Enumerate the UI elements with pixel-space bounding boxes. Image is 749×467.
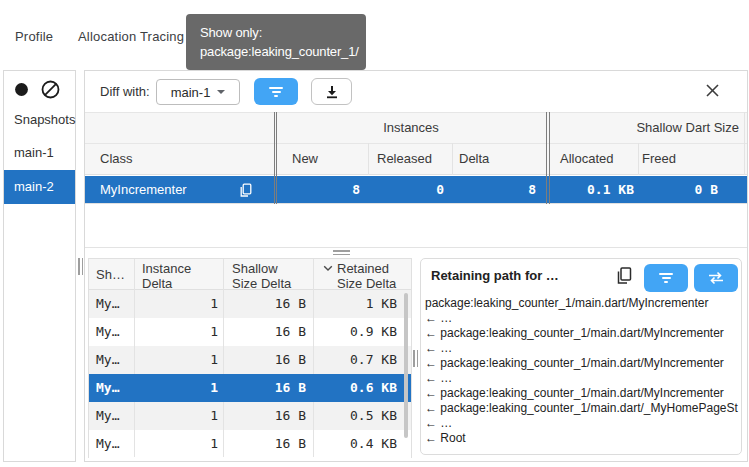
cell-instance-delta: 1 [138, 290, 218, 318]
cell-retained: 0.5 KB [315, 402, 397, 430]
path-line[interactable]: package:leaking_counter_1/main.dart/MyIn… [425, 296, 741, 311]
path-line[interactable]: ← … [425, 416, 741, 431]
invert-path-button[interactable] [694, 264, 738, 292]
filter-icon [269, 87, 283, 97]
class-row-1[interactable]: My… 1 16 B 0.9 KB [89, 318, 411, 346]
diff-row-new: 8 [276, 176, 360, 204]
chevron-down-icon [217, 90, 225, 94]
swap-horizontal-icon [707, 271, 725, 285]
cell-retained: 0.6 KB [315, 374, 397, 402]
snapshots-title: Snapshots [14, 112, 75, 127]
path-line[interactable]: ← … [425, 341, 741, 356]
path-line[interactable]: ← … [425, 371, 741, 386]
show-only-tooltip: Show only: package:leaking_counter_1/ [186, 14, 366, 70]
cell-shallow: 16 B [228, 430, 306, 458]
bottom-splitter-handle[interactable] [412, 350, 419, 367]
clear-snapshots-icon[interactable] [41, 80, 60, 99]
cell-class: My… [96, 346, 119, 374]
path-line[interactable]: ← package:leaking_counter_1/main.dart/_M… [425, 401, 741, 416]
tooltip-line1: Show only: [200, 23, 366, 42]
col-header-allocated[interactable]: Allocated [560, 143, 613, 175]
col-header-shallow-size-delta[interactable]: Shallow Size Delta [232, 261, 304, 291]
retaining-path-list: package:leaking_counter_1/main.dart/MyIn… [425, 296, 741, 451]
path-line[interactable]: ← package:leaking_counter_1/main.dart/My… [425, 386, 741, 401]
class-row-4[interactable]: My… 1 16 B 0.5 KB [89, 402, 411, 430]
horizontal-splitter-handle[interactable] [333, 249, 350, 256]
diff-row-freed: 0 B [638, 176, 718, 204]
col-header-delta[interactable]: Delta [459, 143, 489, 175]
cell-instance-delta: 1 [138, 346, 218, 374]
diff-row-released: 0 [368, 176, 444, 204]
cell-class: My… [96, 402, 119, 430]
snapshots-sidebar: Snapshots main-1 main-2 [3, 70, 76, 462]
retaining-path-panel: Retaining path for … package:leaking_cou… [420, 258, 742, 455]
cell-shallow: 16 B [228, 346, 306, 374]
copy-path-icon[interactable] [615, 266, 633, 286]
diff-row-delta: 8 [452, 176, 536, 204]
col-header-sh[interactable]: Sh… [96, 259, 125, 290]
col-header-class[interactable]: Class [100, 143, 133, 175]
col-header-released[interactable]: Released [377, 143, 432, 175]
cell-instance-delta: 1 [138, 430, 218, 458]
download-button[interactable] [311, 78, 352, 105]
cell-class: My… [96, 430, 119, 458]
col-header-retained-size-delta[interactable]: Retained Size Delta [337, 261, 407, 291]
path-line[interactable]: ← … [425, 311, 741, 326]
cell-retained: 1 KB [315, 290, 397, 318]
class-row-2[interactable]: My… 1 16 B 0.7 KB [89, 346, 411, 374]
sidebar-item-main-2[interactable]: main-2 [4, 170, 75, 204]
class-row-3-selected[interactable]: My… 1 16 B 0.6 KB [89, 374, 411, 402]
cell-shallow: 16 B [228, 290, 306, 318]
copy-class-icon[interactable] [239, 183, 253, 198]
cell-retained: 0.4 KB [315, 430, 397, 458]
diff-with-label: Diff with: [100, 84, 150, 99]
group-header-instances: Instances [276, 112, 546, 143]
retaining-path-title: Retaining path for … [431, 268, 559, 283]
diff-row-class-name: MyIncrementer [100, 176, 187, 204]
sort-desc-icon [323, 265, 333, 272]
memory-diff-screen: Profile Allocation Tracing Show only: pa… [0, 0, 749, 467]
close-icon[interactable] [705, 83, 720, 98]
path-line[interactable]: ← package:leaking_counter_1/main.dart/My… [425, 326, 741, 341]
sidebar-item-main-1[interactable]: main-1 [14, 145, 54, 160]
class-row-5[interactable]: My… 1 16 B 0.4 KB [89, 430, 411, 458]
record-snapshot-icon[interactable] [14, 82, 29, 97]
path-line[interactable]: ← Root [425, 431, 741, 446]
col-header-instance-delta[interactable]: Instance Delta [142, 261, 210, 291]
diff-with-dropdown-value: main-1 [171, 85, 211, 100]
classes-table-scrollbar[interactable] [404, 293, 408, 438]
path-line[interactable]: ← package:leaking_counter_1/main.dart/My… [425, 356, 741, 371]
filter-icon [659, 273, 673, 283]
cell-instance-delta: 1 [138, 402, 218, 430]
cell-shallow: 16 B [228, 402, 306, 430]
cell-class: My… [96, 318, 119, 346]
tooltip-line2: package:leaking_counter_1/ [200, 42, 366, 61]
tab-allocation-tracing[interactable]: Allocation Tracing [78, 29, 184, 44]
cell-instance-delta: 1 [138, 374, 218, 402]
tab-profile[interactable]: Profile [15, 29, 53, 44]
cell-class: My… [96, 374, 119, 402]
diff-with-dropdown[interactable]: main-1 [156, 79, 240, 105]
cell-retained: 0.7 KB [315, 346, 397, 374]
cell-instance-delta: 1 [138, 318, 218, 346]
sidebar-splitter-handle[interactable] [77, 258, 84, 275]
filter-path-button[interactable] [644, 264, 688, 292]
diff-row-allocated: 0.1 KB [549, 176, 634, 204]
cell-class: My… [96, 290, 119, 318]
cell-retained: 0.9 KB [315, 318, 397, 346]
group-header-shallow-dart-size: Shallow Dart Size [549, 112, 739, 143]
cell-shallow: 16 B [228, 374, 306, 402]
col-header-freed[interactable]: Freed [642, 143, 676, 175]
download-icon [324, 84, 340, 100]
filter-classes-button[interactable] [254, 78, 298, 105]
col-header-new[interactable]: New [292, 143, 318, 175]
cell-shallow: 16 B [228, 318, 306, 346]
class-row-0[interactable]: My… 1 16 B 1 KB [89, 290, 411, 318]
